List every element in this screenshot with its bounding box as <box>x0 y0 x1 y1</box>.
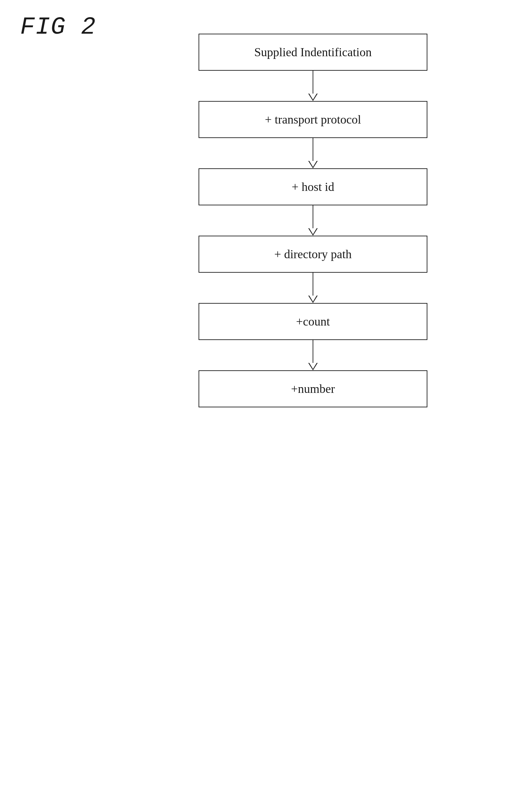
box-transport-protocol-label: + transport protocol <box>265 113 361 127</box>
box-host-id: + host id <box>199 168 427 205</box>
arrow-line-2 <box>313 138 314 161</box>
arrow-head-5 <box>308 363 318 370</box>
box-directory-path: + directory path <box>199 236 427 273</box>
box-directory-path-label: + directory path <box>274 247 352 261</box>
arrow-head-1 <box>308 93 318 101</box>
arrow-head-2 <box>308 161 318 168</box>
arrow-line-4 <box>313 273 314 295</box>
box-number-label: +number <box>291 382 335 396</box>
arrow-line-3 <box>313 205 314 228</box>
figure-title: FIG 2 <box>20 13 96 41</box>
arrow-2 <box>308 138 318 168</box>
arrow-3 <box>308 205 318 236</box>
box-supplied-identification-label: Supplied Indentification <box>254 45 372 59</box>
arrow-line-1 <box>313 71 314 93</box>
arrow-1 <box>308 71 318 101</box>
arrow-4 <box>308 273 318 303</box>
arrow-head-3 <box>308 228 318 236</box>
box-transport-protocol: + transport protocol <box>199 101 427 138</box>
arrow-5 <box>308 340 318 370</box>
box-count: +count <box>199 303 427 340</box>
box-number: +number <box>199 370 427 407</box>
box-count-label: +count <box>296 315 330 329</box>
arrow-line-5 <box>313 340 314 363</box>
box-host-id-label: + host id <box>292 180 334 194</box>
flowchart-diagram: Supplied Indentification + transport pro… <box>162 34 465 407</box>
arrow-head-4 <box>308 295 318 303</box>
box-supplied-identification: Supplied Indentification <box>199 34 427 71</box>
